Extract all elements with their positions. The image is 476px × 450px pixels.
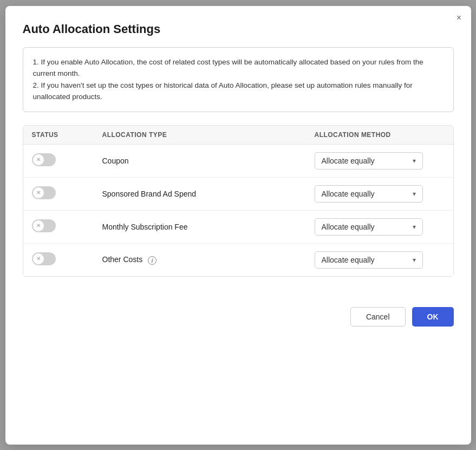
- method-cell-other: Allocate equally ▾: [315, 251, 445, 269]
- info-icon-other[interactable]: i: [148, 256, 157, 265]
- toggle-x-icon-coupon: ✕: [36, 157, 41, 162]
- cancel-button[interactable]: Cancel: [350, 307, 406, 327]
- toggle-cell-coupon: ✕: [32, 153, 102, 168]
- modal-overlay: × Auto Allocation Settings 1. If you ena…: [0, 0, 476, 450]
- chevron-down-icon-subscription: ▾: [413, 223, 416, 231]
- toggle-x-icon-subscription: ✕: [36, 223, 41, 229]
- modal-title: Auto Allocation Settings: [23, 22, 454, 36]
- allocation-type-subscription: Monthly Subscription Fee: [102, 223, 315, 231]
- close-button[interactable]: ×: [453, 11, 466, 24]
- info-box: 1. If you enable Auto Allocation, the co…: [23, 47, 454, 112]
- method-select-sponsored[interactable]: Allocate equally ▾: [315, 185, 423, 203]
- toggle-x-icon-sponsored: ✕: [36, 190, 41, 195]
- info-line-1: 1. If you enable Auto Allocation, the co…: [33, 56, 444, 80]
- allocation-type-sponsored: Sponsored Brand Ad Spend: [102, 190, 315, 198]
- modal-footer: Cancel OK: [23, 298, 454, 327]
- method-select-label-sponsored: Allocate equally: [322, 190, 375, 198]
- chevron-down-icon-sponsored: ▾: [413, 190, 416, 198]
- col-header-allocation-method: ALLOCATION METHOD: [315, 131, 445, 139]
- method-select-subscription[interactable]: Allocate equally ▾: [315, 218, 423, 236]
- table-row: ✕ Coupon Allocate equally ▾: [23, 145, 453, 178]
- auto-allocation-modal: × Auto Allocation Settings 1. If you ena…: [5, 6, 471, 445]
- method-select-label-other: Allocate equally: [322, 256, 375, 264]
- toggle-cell-subscription: ✕: [32, 219, 102, 234]
- toggle-knob-coupon: ✕: [33, 154, 44, 165]
- info-line-2: 2. If you haven't set up the cost types …: [33, 80, 444, 103]
- col-header-status: STATUS: [32, 131, 102, 139]
- table-row: ✕ Monthly Subscription Fee Allocate equa…: [23, 211, 453, 244]
- toggle-other[interactable]: ✕: [32, 252, 56, 265]
- allocation-table: STATUS ALLOCATION TYPE ALLOCATION METHOD…: [23, 125, 454, 277]
- method-cell-coupon: Allocate equally ▾: [315, 152, 445, 169]
- method-cell-subscription: Allocate equally ▾: [315, 218, 445, 236]
- chevron-down-icon-other: ▾: [413, 256, 416, 264]
- toggle-knob-subscription: ✕: [33, 220, 44, 231]
- ok-button[interactable]: OK: [412, 307, 454, 327]
- toggle-sponsored[interactable]: ✕: [32, 186, 56, 199]
- col-header-allocation-type: ALLOCATION TYPE: [102, 131, 315, 139]
- method-select-label-coupon: Allocate equally: [322, 156, 375, 165]
- toggle-x-icon-other: ✕: [36, 256, 41, 262]
- chevron-down-icon-coupon: ▾: [413, 157, 416, 165]
- method-cell-sponsored: Allocate equally ▾: [315, 185, 445, 203]
- table-row: ✕ Sponsored Brand Ad Spend Allocate equa…: [23, 178, 453, 211]
- toggle-knob-sponsored: ✕: [33, 187, 44, 198]
- method-select-label-subscription: Allocate equally: [322, 223, 375, 231]
- allocation-type-coupon: Coupon: [102, 156, 315, 165]
- toggle-coupon[interactable]: ✕: [32, 153, 56, 166]
- allocation-type-other: Other Costs i: [102, 255, 315, 264]
- toggle-cell-sponsored: ✕: [32, 186, 102, 201]
- toggle-cell-other: ✕: [32, 252, 102, 268]
- toggle-subscription[interactable]: ✕: [32, 219, 56, 232]
- method-select-other[interactable]: Allocate equally ▾: [315, 251, 423, 269]
- method-select-coupon[interactable]: Allocate equally ▾: [315, 152, 423, 169]
- table-header: STATUS ALLOCATION TYPE ALLOCATION METHOD: [23, 126, 453, 145]
- table-row: ✕ Other Costs i Allocate equally ▾: [23, 244, 453, 276]
- toggle-knob-other: ✕: [33, 253, 44, 264]
